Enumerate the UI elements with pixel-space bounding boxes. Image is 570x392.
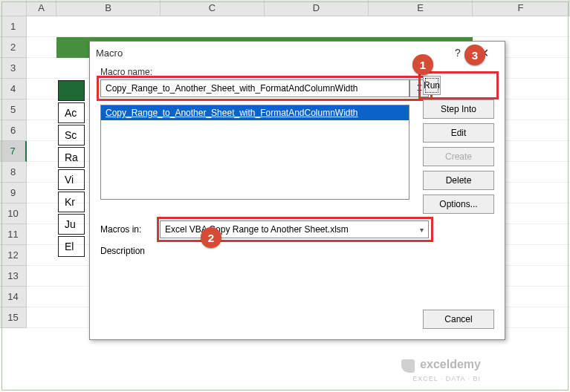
edit-button[interactable]: Edit [423,123,494,143]
macros-in-value: Excel VBA Copy Range to Another Sheet.xl… [165,224,349,235]
chevron-down-icon: ▾ [420,226,424,234]
annotation-badge-3: 3 [464,45,485,65]
create-button: Create [423,147,494,166]
run-button[interactable]: Run [423,76,441,95]
row-header[interactable]: 9 [0,183,27,203]
row-headers: 1 2 3 4 5 6 7 8 9 10 11 12 13 14 15 [0,16,27,328]
cancel-button[interactable]: Cancel [423,310,494,329]
row-header[interactable]: 15 [0,307,27,328]
macros-in-label: Macros in: [100,224,152,235]
col-header[interactable]: B [56,0,161,16]
table-cell[interactable]: El [58,236,85,257]
watermark-title: exceldemy [420,358,481,370]
annotation-badge-1: 1 [412,54,433,75]
description-label: Description [100,246,494,256]
macro-name-input[interactable] [100,79,409,97]
row-header[interactable]: 4 [0,79,27,99]
row-header[interactable]: 11 [0,224,27,245]
select-all-corner[interactable] [0,0,27,16]
annotation-badge-2: 2 [201,227,221,248]
watermark-sub: EXCEL · DATA · BI [412,375,481,382]
row-header[interactable]: 13 [0,266,27,287]
col-header[interactable]: F [473,0,569,16]
row-header[interactable]: 1 [0,16,27,37]
delete-button[interactable]: Delete [423,171,494,190]
row-header[interactable]: 10 [0,203,27,224]
col-header[interactable]: E [369,0,473,16]
col-header[interactable]: D [265,0,369,16]
col-header[interactable]: A [27,0,56,16]
table-cell[interactable]: Ac [58,102,85,123]
spreadsheet-grid: A B C D E F 1 2 3 4 5 6 7 8 9 10 11 12 1… [0,0,570,16]
dialog-side-buttons: Run Step Into Edit Create Delete Options… [423,76,494,214]
table-cell[interactable]: Sc [58,125,85,146]
row-header-selected[interactable]: 7 [0,141,27,162]
options-button[interactable]: Options... [423,195,494,214]
dialog-titlebar[interactable]: Macro ? ✕ [90,42,505,64]
table-cell[interactable]: Kr [58,192,85,212]
row-header[interactable]: 12 [0,245,27,266]
watermark-icon [401,359,415,373]
macro-listbox[interactable]: Copy_Range_to_Another_Sheet_with_FormatA… [100,105,409,200]
list-item[interactable]: Copy_Range_to_Another_Sheet_with_FormatA… [101,105,409,120]
step-into-button[interactable]: Step Into [423,99,494,119]
table-cell[interactable]: Ju [58,214,85,235]
col-header[interactable]: C [161,0,265,16]
row-header[interactable]: 5 [0,99,27,120]
row-header[interactable]: 3 [0,58,27,79]
table-cell[interactable]: Ra [58,147,85,168]
row-header[interactable]: 14 [0,287,27,307]
watermark: exceldemy EXCEL · DATA · BI [401,358,481,383]
row-header[interactable]: 2 [0,37,27,58]
column-headers: A B C D E F [0,0,570,16]
row-header[interactable]: 6 [0,120,27,141]
table-cell[interactable] [58,80,85,101]
row-header[interactable]: 8 [0,162,27,183]
table-cell[interactable]: Vi [58,169,85,190]
macro-dialog: Macro ? ✕ Macro name: ↥ Copy_Range_to_An… [89,41,505,340]
dialog-title: Macro [96,48,447,59]
